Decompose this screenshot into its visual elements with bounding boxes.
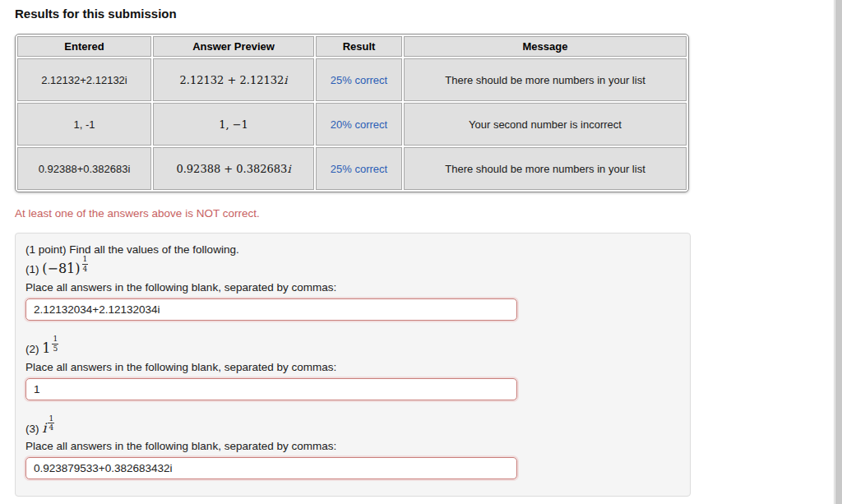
problem-expression-1: (1) (−81)14 xyxy=(25,261,678,279)
result-cell: 25% correct xyxy=(316,58,402,101)
exponent-fraction: 14 xyxy=(82,256,89,274)
scrollbar[interactable] xyxy=(834,0,842,504)
col-header-result: Result xyxy=(316,36,402,57)
result-cell: 20% correct xyxy=(316,103,402,146)
answer-input-1[interactable] xyxy=(25,298,517,321)
answer-input-2[interactable] xyxy=(25,378,517,400)
math-base: (−81) xyxy=(42,261,80,276)
results-table: Entered Answer Preview Result Message 2.… xyxy=(15,34,689,192)
answer-preview-cell: 0.92388 + 0.382683i xyxy=(153,147,314,190)
problem-intro: (1 point) Find all the values of the fol… xyxy=(25,243,678,256)
col-header-entered: Entered xyxy=(17,36,151,57)
result-link[interactable]: 25% correct xyxy=(331,163,387,175)
table-row: 1, -1 1, −1 20% correct Your second numb… xyxy=(17,103,687,146)
exponent-fraction: 15 xyxy=(52,335,58,354)
answer-preview-cell: 1, −1 xyxy=(153,103,314,146)
problem-box: (1 point) Find all the values of the fol… xyxy=(15,233,691,497)
part-label: (2) xyxy=(25,343,39,355)
preview-variable: i xyxy=(284,74,287,86)
message-cell: Your second number is incorrect xyxy=(404,103,687,146)
math-base: i xyxy=(42,420,46,436)
answer-preview-cell: 2.12132 + 2.12132i xyxy=(153,58,314,101)
fraction-numerator: 1 xyxy=(48,415,54,424)
entered-cell: 2.12132+2.12132i xyxy=(17,58,151,101)
error-message: At least one of the answers above is NOT… xyxy=(15,207,826,220)
entered-cell: 1, -1 xyxy=(17,103,151,146)
preview-text: 2.12132 + 2.12132 xyxy=(180,74,285,86)
preview-variable: i xyxy=(287,163,290,175)
table-row: 2.12132+2.12132i 2.12132 + 2.12132i 25% … xyxy=(17,58,687,101)
answer-instruction: Place all answers in the following blank… xyxy=(25,440,678,452)
table-header-row: Entered Answer Preview Result Message xyxy=(17,36,687,57)
scrollbar-thumb[interactable] xyxy=(835,0,842,504)
math-base: 1 xyxy=(42,340,50,356)
message-cell: There should be more numbers in your lis… xyxy=(404,58,687,101)
message-cell: There should be more numbers in your lis… xyxy=(404,147,687,190)
preview-text: 0.92388 + 0.382683 xyxy=(176,163,287,175)
answer-instruction: Place all answers in the following blank… xyxy=(25,281,678,294)
fraction-numerator: 1 xyxy=(82,256,89,265)
problem-part-3: (3) i14 Place all answers in the followi… xyxy=(25,420,678,480)
page: Results for this submission Entered Answ… xyxy=(0,0,826,504)
answer-input-3[interactable] xyxy=(25,457,517,479)
answer-instruction: Place all answers in the following blank… xyxy=(25,361,678,373)
preview-text: 1, −1 xyxy=(219,118,248,131)
table-row: 0.92388+0.382683i 0.92388 + 0.382683i 25… xyxy=(17,147,687,190)
exponent-fraction: 14 xyxy=(48,415,54,433)
problem-expression-3: (3) i14 xyxy=(25,420,678,438)
result-cell: 25% correct xyxy=(316,147,402,190)
part-label: (3) xyxy=(25,423,39,435)
results-heading: Results for this submission xyxy=(15,7,826,21)
col-header-message: Message xyxy=(404,36,687,57)
result-link[interactable]: 25% correct xyxy=(331,74,387,86)
part-label: (1) xyxy=(25,263,39,275)
fraction-denominator: 5 xyxy=(53,344,58,354)
result-link[interactable]: 20% correct xyxy=(331,118,387,131)
entered-cell: 0.92388+0.382683i xyxy=(17,147,151,190)
fraction-numerator: 1 xyxy=(52,335,58,344)
fraction-denominator: 4 xyxy=(49,423,53,432)
col-header-answer-preview: Answer Preview xyxy=(153,36,314,57)
problem-part-2: (2) 115 Place all answers in the followi… xyxy=(25,340,678,400)
problem-expression-2: (2) 115 xyxy=(25,340,678,358)
problem-part-1: (1) (−81)14 Place all answers in the fol… xyxy=(25,261,678,321)
fraction-denominator: 4 xyxy=(83,265,88,274)
